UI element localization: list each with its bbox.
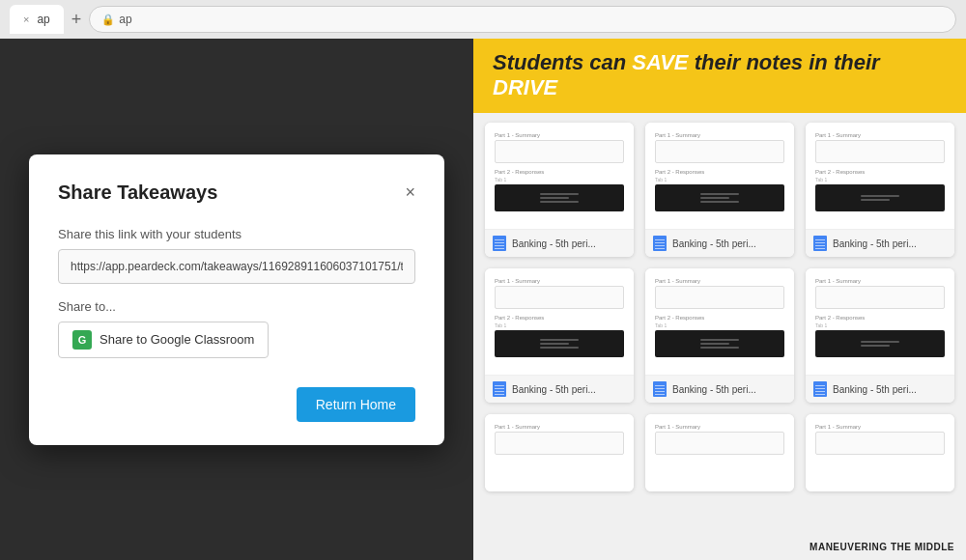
card-tab: Tab 1 xyxy=(495,177,624,182)
cards-grid: Part 1 - Summary Part 2 - Responses Tab … xyxy=(473,111,966,560)
card-text-box xyxy=(815,140,945,163)
classroom-button-label: Share to Google Classroom xyxy=(99,332,254,347)
modal-title: Share Takeaways xyxy=(58,182,217,204)
card-line xyxy=(861,195,899,197)
card-name: Banking - 5th peri... xyxy=(672,384,756,395)
card-line xyxy=(861,199,890,201)
card-lines xyxy=(700,193,739,203)
card-part1-label: Part 1 - Summary xyxy=(495,278,624,284)
card-line xyxy=(700,201,739,203)
drive-card[interactable]: Part 1 - Summary Part 2 - Responses Tab … xyxy=(806,268,954,403)
card-name: Banking - 5th peri... xyxy=(833,384,917,395)
return-home-button[interactable]: Return Home xyxy=(297,387,415,422)
drive-card[interactable]: Part 1 - Summary xyxy=(485,414,634,491)
card-line xyxy=(700,193,739,195)
card-text-box xyxy=(815,432,945,455)
card-part1-label: Part 1 - Summary xyxy=(815,278,945,284)
share-link-input[interactable] xyxy=(58,249,415,284)
card-preview: Part 1 - Summary Part 2 - Responses Tab … xyxy=(806,268,954,375)
card-tab: Tab 1 xyxy=(495,322,624,328)
yellow-banner: Students can SAVE their notes in their D… xyxy=(473,39,966,113)
card-footer: Banking - 5th peri... xyxy=(806,375,954,403)
card-line xyxy=(861,345,890,347)
card-line xyxy=(540,193,579,195)
card-tab: Tab 1 xyxy=(655,177,784,182)
card-preview: Part 1 - Summary Part 2 - Responses Tab … xyxy=(645,268,794,375)
google-classroom-icon: G xyxy=(72,330,92,350)
card-dark-preview xyxy=(495,330,624,357)
drive-card[interactable]: Part 1 - Summary xyxy=(645,414,794,491)
card-footer: Banking - 5th peri... xyxy=(485,375,634,403)
right-panel: Students can SAVE their notes in their D… xyxy=(473,39,966,560)
banner-text: Students can SAVE their notes in their D… xyxy=(493,50,947,101)
url-text: ap xyxy=(119,13,131,26)
card-dark-preview xyxy=(815,330,945,357)
drive-card[interactable]: Part 1 - Summary xyxy=(806,414,954,491)
drive-card[interactable]: Part 1 - Summary Part 2 - Responses Tab … xyxy=(645,268,794,403)
card-part2-label: Part 2 - Responses xyxy=(815,315,945,321)
card-preview: Part 1 - Summary xyxy=(485,414,634,491)
modal-footer: Return Home xyxy=(58,387,415,422)
browser-tab[interactable]: × ap xyxy=(10,5,64,34)
card-name: Banking - 5th peri... xyxy=(833,238,917,249)
card-preview: Part 1 - Summary Part 2 - Responses Tab … xyxy=(645,123,794,229)
card-part2-label: Part 2 - Responses xyxy=(495,315,624,321)
card-tab: Tab 1 xyxy=(815,322,945,328)
docs-icon xyxy=(813,236,827,251)
card-part1-label: Part 1 - Summary xyxy=(815,424,945,430)
card-lines xyxy=(540,339,579,349)
share-to-label: Share to... xyxy=(58,299,415,314)
card-text-box xyxy=(495,140,624,163)
card-part1-label: Part 1 - Summary xyxy=(655,132,784,138)
card-text-box xyxy=(495,286,624,309)
card-footer: Banking - 5th peri... xyxy=(806,229,954,257)
docs-icon xyxy=(813,381,827,397)
card-text-box xyxy=(655,432,784,455)
card-part2-label: Part 2 - Responses xyxy=(655,315,784,321)
card-line xyxy=(700,197,729,199)
docs-icon xyxy=(653,381,667,397)
docs-icon xyxy=(493,236,506,251)
card-line xyxy=(700,339,739,341)
new-tab-button[interactable]: + xyxy=(71,11,82,28)
drive-card[interactable]: Part 1 - Summary Part 2 - Responses Tab … xyxy=(485,268,634,403)
card-part1-label: Part 1 - Summary xyxy=(495,132,624,138)
docs-icon xyxy=(493,381,506,397)
card-line xyxy=(540,347,579,349)
link-label: Share this link with your students xyxy=(58,227,415,241)
share-google-classroom-button[interactable]: G Share to Google Classroom xyxy=(58,322,269,358)
card-part2-label: Part 2 - Responses xyxy=(655,169,784,175)
card-part1-label: Part 1 - Summary xyxy=(815,132,945,138)
card-lines xyxy=(540,193,579,203)
url-bar[interactable]: 🔒 ap xyxy=(89,6,956,33)
share-modal: Share Takeaways × Share this link with y… xyxy=(29,154,444,445)
modal-close-button[interactable]: × xyxy=(405,183,415,201)
card-name: Banking - 5th peri... xyxy=(672,238,756,249)
card-preview: Part 1 - Summary Part 2 - Responses Tab … xyxy=(485,123,634,229)
card-name: Banking - 5th peri... xyxy=(512,238,596,249)
card-lines xyxy=(700,339,739,349)
card-footer: Banking - 5th peri... xyxy=(645,375,794,403)
drive-card[interactable]: Part 1 - Summary Part 2 - Responses Tab … xyxy=(806,123,954,257)
card-dark-preview xyxy=(815,184,945,211)
drive-card[interactable]: Part 1 - Summary Part 2 - Responses Tab … xyxy=(485,123,634,257)
card-tab: Tab 1 xyxy=(655,322,784,328)
tab-label: ap xyxy=(37,13,49,26)
tab-close-icon[interactable]: × xyxy=(23,14,29,25)
card-lines xyxy=(861,195,899,201)
card-part1-label: Part 1 - Summary xyxy=(495,424,624,430)
card-name: Banking - 5th peri... xyxy=(512,384,596,395)
browser-chrome: × ap + 🔒 ap xyxy=(0,0,966,39)
card-preview: Part 1 - Summary Part 2 - Responses Tab … xyxy=(485,268,634,375)
card-lines xyxy=(861,341,899,347)
left-panel: Share Takeaways × Share this link with y… xyxy=(0,39,473,560)
lock-icon: 🔒 xyxy=(101,14,115,26)
card-text-box xyxy=(655,286,784,309)
card-part1-label: Part 1 - Summary xyxy=(655,278,784,284)
banner-highlight-drive: DRIVE xyxy=(493,75,557,99)
drive-card[interactable]: Part 1 - Summary Part 2 - Responses Tab … xyxy=(645,123,794,257)
card-text-box xyxy=(655,140,784,163)
card-line xyxy=(540,339,579,341)
card-preview: Part 1 - Summary Part 2 - Responses Tab … xyxy=(806,123,954,229)
card-preview: Part 1 - Summary xyxy=(645,414,794,491)
